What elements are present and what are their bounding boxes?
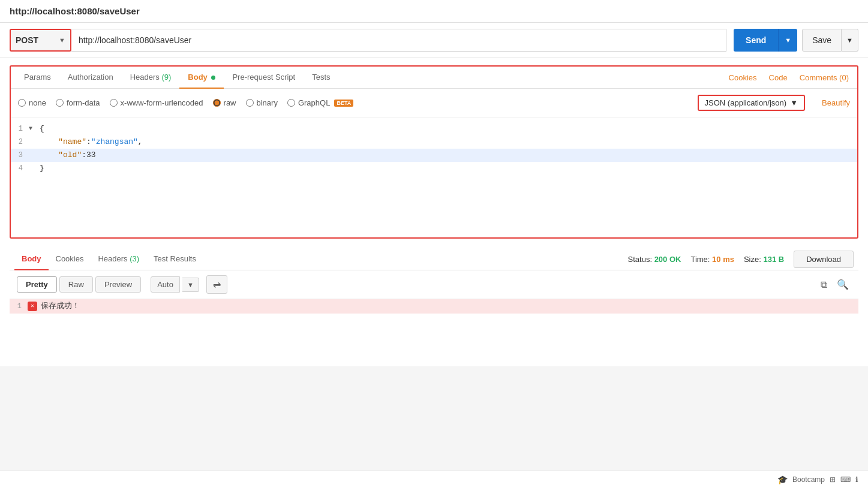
code-line-4: 4 } [11, 162, 857, 175]
tab-body[interactable]: Body [179, 67, 224, 89]
radio-graphql[interactable]: GraphQL BETA [287, 98, 353, 107]
main-content: Params Authorization Headers (9) Body Pr… [0, 58, 868, 366]
method-select[interactable]: POST GET PUT DELETE PATCH [11, 30, 54, 50]
resp-auto-select: Auto ▼ [151, 276, 199, 293]
response-body-options: Pretty Raw Preview Auto ▼ ⇌ ⧉ 🔍 [10, 270, 858, 299]
resp-headers-badge: (3) [130, 254, 139, 263]
copy-icon[interactable]: ⧉ [818, 277, 830, 293]
radio-graphql-input[interactable] [287, 99, 295, 107]
resp-tab-test-results[interactable]: Test Results [146, 248, 203, 270]
beautify-link[interactable]: Beautify [822, 98, 850, 107]
code-line-3: 3 "old":33 [11, 149, 857, 162]
radio-form-data[interactable]: form-data [56, 98, 100, 107]
code-link[interactable]: Code [765, 67, 791, 88]
comments-link[interactable]: Comments (0) [796, 67, 852, 88]
download-button[interactable]: Download [794, 251, 854, 268]
page-wrapper: http://localhost:8080/saveUser POST GET … [0, 0, 868, 366]
tab-headers[interactable]: Headers (9) [122, 67, 180, 89]
save-btn-group: Save ▼ [802, 29, 858, 52]
line-num-4: 4 [11, 162, 29, 175]
code-content-4: } [40, 162, 44, 175]
beta-badge: BETA [334, 100, 353, 107]
size-label: Size: 131 B [744, 255, 784, 264]
tab-params[interactable]: Params [16, 67, 59, 89]
auto-select-button[interactable]: Auto [151, 276, 180, 293]
size-value: 131 B [763, 255, 784, 264]
line-toggle-1[interactable]: ▼ [29, 122, 37, 135]
resp-content-1: 保存成功！ [41, 299, 80, 314]
code-content-3: "old":33 [40, 149, 96, 162]
response-meta: Status: 200 OK Time: 10 ms Size: 131 B D… [628, 251, 854, 268]
radio-raw[interactable]: raw [213, 98, 236, 107]
radio-none-input[interactable] [18, 99, 26, 107]
code-line-2: 2 "name":"zhangsan", [11, 135, 857, 149]
radio-raw-input[interactable] [213, 99, 221, 107]
headers-badge: (9) [161, 73, 171, 82]
code-editor[interactable]: 1 ▼ { 2 "name":"zhangsan", 3 "old":33 [11, 118, 857, 237]
status-label: Status: 200 OK [628, 255, 681, 264]
top-bar: http://localhost:8080/saveUser [0, 0, 868, 23]
body-dot-icon [211, 76, 215, 80]
status-value: 200 OK [654, 255, 681, 264]
radio-urlencoded-input[interactable] [110, 99, 118, 107]
tab-pre-request[interactable]: Pre-request Script [224, 67, 304, 89]
line-num-1: 1 [11, 122, 29, 135]
save-button[interactable]: Save [802, 29, 842, 52]
format-preview-button[interactable]: Preview [95, 276, 141, 293]
line-num-3: 3 [11, 149, 29, 162]
wrap-button[interactable]: ⇌ [206, 275, 227, 294]
body-options-row: none form-data x-www-form-urlencoded raw… [11, 89, 857, 118]
code-line-1: 1 ▼ { [11, 122, 857, 135]
radio-none[interactable]: none [18, 98, 46, 107]
request-bar: POST GET PUT DELETE PATCH ▼ Send ▼ Save … [0, 23, 868, 58]
send-button[interactable]: Send [734, 29, 778, 52]
right-tabs: Cookies Code Comments (0) [725, 67, 852, 88]
response-tabs-row: Body Cookies Headers (3) Test Results St… [10, 248, 858, 270]
save-dropdown-button[interactable]: ▼ [842, 29, 858, 52]
format-raw-button[interactable]: Raw [59, 276, 93, 293]
resp-line-1: 1 ✕ 保存成功！ [10, 299, 858, 314]
radio-binary-input[interactable] [246, 99, 254, 107]
resp-tab-cookies[interactable]: Cookies [49, 248, 91, 270]
cookies-link[interactable]: Cookies [725, 67, 761, 88]
time-label: Time: 10 ms [690, 255, 734, 264]
request-section: Params Authorization Headers (9) Body Pr… [10, 65, 858, 239]
resp-tab-headers[interactable]: Headers (3) [91, 248, 146, 270]
format-pretty-button[interactable]: Pretty [17, 276, 57, 293]
page-title: http://localhost:8080/saveUser [10, 6, 858, 16]
resp-icons: ⧉ 🔍 [818, 276, 851, 293]
line-num-2: 2 [11, 135, 29, 149]
search-icon[interactable]: 🔍 [834, 276, 851, 293]
response-section: Body Cookies Headers (3) Test Results St… [10, 248, 858, 359]
code-content-2: "name":"zhangsan", [40, 135, 143, 149]
tab-authorization[interactable]: Authorization [59, 67, 122, 89]
auto-dropdown-button[interactable]: ▼ [182, 278, 199, 292]
send-btn-group: Send ▼ [734, 29, 797, 52]
radio-binary[interactable]: binary [246, 98, 278, 107]
response-output: 1 ✕ 保存成功！ [10, 299, 858, 359]
radio-urlencoded[interactable]: x-www-form-urlencoded [110, 98, 203, 107]
json-type-label: JSON (application/json) [705, 98, 787, 107]
send-dropdown-button[interactable]: ▼ [778, 29, 797, 52]
request-tabs-row: Params Authorization Headers (9) Body Pr… [11, 67, 857, 89]
method-select-wrapper[interactable]: POST GET PUT DELETE PATCH ▼ [10, 29, 71, 52]
code-content-1: { [40, 122, 44, 135]
tab-tests[interactable]: Tests [304, 67, 338, 89]
resp-tab-body[interactable]: Body [14, 248, 49, 270]
url-input[interactable] [71, 29, 726, 52]
time-value: 10 ms [712, 255, 734, 264]
radio-form-data-input[interactable] [56, 99, 64, 107]
json-type-arrow-icon: ▼ [790, 98, 798, 107]
method-arrow-icon: ▼ [54, 37, 70, 44]
json-type-selector[interactable]: JSON (application/json) ▼ [698, 95, 805, 111]
resp-line-num-1: 1 [10, 299, 28, 314]
resp-error-icon: ✕ [28, 302, 37, 311]
